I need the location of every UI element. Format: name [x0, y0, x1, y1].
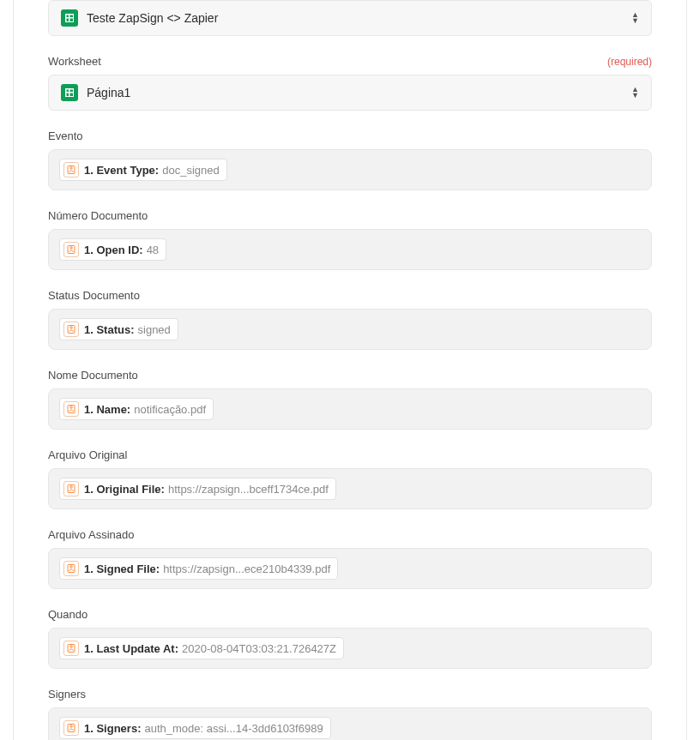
- field-input[interactable]: 1. Original File:https://zapsign...bceff…: [48, 468, 652, 509]
- zapsign-app-icon: [63, 641, 79, 656]
- field-label: Status Documento: [48, 289, 140, 302]
- chip-label: 1. Original File:: [84, 483, 165, 496]
- chip-label: 1. Event Type:: [84, 164, 159, 177]
- spreadsheet-value: Teste ZapSign <> Zapier: [87, 11, 218, 25]
- field-label: Signers: [48, 688, 86, 701]
- field-label: Número Documento: [48, 209, 148, 222]
- data-token-chip[interactable]: 1. Last Update At:2020-08-04T03:03:21.72…: [59, 637, 344, 659]
- svg-point-5: [70, 327, 73, 329]
- field-input[interactable]: 1. Last Update At:2020-08-04T03:03:21.72…: [48, 628, 652, 669]
- chip-value: auth_mode: assi...14-3dd6103f6989: [144, 722, 323, 735]
- svg-point-11: [70, 566, 73, 569]
- zapsign-app-icon: [63, 481, 79, 496]
- chip-label: 1. Signed File:: [84, 563, 160, 575]
- field-label: Quando: [48, 608, 88, 621]
- field-label: Nome Documento: [48, 369, 138, 382]
- svg-point-9: [70, 486, 73, 489]
- data-token-chip[interactable]: 1. Name:notificação.pdf: [59, 398, 214, 420]
- data-token-chip[interactable]: 1. Event Type:doc_signed: [59, 159, 227, 181]
- required-tag: (required): [607, 56, 652, 68]
- field-input[interactable]: 1. Signed File:https://zapsign...ece210b…: [48, 548, 652, 589]
- data-token-chip[interactable]: 1. Original File:https://zapsign...bceff…: [59, 478, 336, 500]
- spreadsheet-select[interactable]: Teste ZapSign <> Zapier ▲▼: [48, 0, 652, 36]
- zapsign-app-icon: [63, 561, 79, 576]
- google-sheets-icon: [61, 84, 78, 101]
- chip-value: 48: [147, 244, 159, 256]
- field-label: Arquivo Original: [48, 448, 128, 461]
- field-label: Evento: [48, 129, 82, 142]
- field-input[interactable]: 1. Signers:auth_mode: assi...14-3dd6103f…: [48, 707, 652, 740]
- chip-label: 1. Status:: [84, 323, 135, 336]
- select-sort-icon: ▲▼: [631, 12, 639, 24]
- field-label: Arquivo Assinado: [48, 528, 134, 541]
- chip-label: 1. Open ID:: [84, 244, 143, 256]
- data-token-chip[interactable]: 1. Status:signed: [59, 318, 178, 340]
- field-input[interactable]: 1. Name:notificação.pdf: [48, 388, 652, 430]
- chip-value: 2020-08-04T03:03:21.726427Z: [182, 642, 336, 655]
- data-token-chip[interactable]: 1. Signers:auth_mode: assi...14-3dd6103f…: [59, 717, 331, 739]
- chip-label: 1. Name:: [84, 403, 130, 416]
- chip-label: 1. Signers:: [84, 722, 141, 735]
- chip-value: doc_signed: [162, 164, 220, 177]
- worksheet-label: Worksheet: [48, 55, 101, 68]
- google-sheets-icon: [61, 9, 78, 27]
- svg-point-7: [70, 406, 73, 409]
- data-token-chip[interactable]: 1. Signed File:https://zapsign...ece210b…: [59, 557, 338, 580]
- chip-value: notificação.pdf: [134, 403, 206, 416]
- field-input[interactable]: 1. Event Type:doc_signed: [48, 149, 652, 190]
- zapsign-app-icon: [63, 162, 79, 177]
- svg-point-13: [70, 646, 73, 648]
- svg-point-15: [70, 725, 73, 728]
- chip-label: 1. Last Update At:: [84, 642, 178, 655]
- worksheet-select[interactable]: Página1 ▲▼: [48, 75, 652, 111]
- select-sort-icon: ▲▼: [631, 87, 639, 99]
- data-token-chip[interactable]: 1. Open ID:48: [59, 238, 166, 261]
- zapsign-app-icon: [63, 720, 79, 736]
- svg-point-3: [70, 247, 73, 250]
- zapsign-app-icon: [63, 401, 79, 417]
- field-input[interactable]: 1. Open ID:48: [48, 229, 652, 270]
- worksheet-value: Página1: [87, 86, 130, 99]
- chip-value: signed: [138, 323, 171, 336]
- zapsign-app-icon: [63, 242, 79, 257]
- svg-point-1: [70, 167, 73, 170]
- chip-value: https://zapsign...ece210b4339.pdf: [163, 563, 330, 575]
- field-input[interactable]: 1. Status:signed: [48, 309, 652, 350]
- zapsign-app-icon: [63, 322, 79, 337]
- chip-value: https://zapsign...bceff1734ce.pdf: [168, 483, 329, 496]
